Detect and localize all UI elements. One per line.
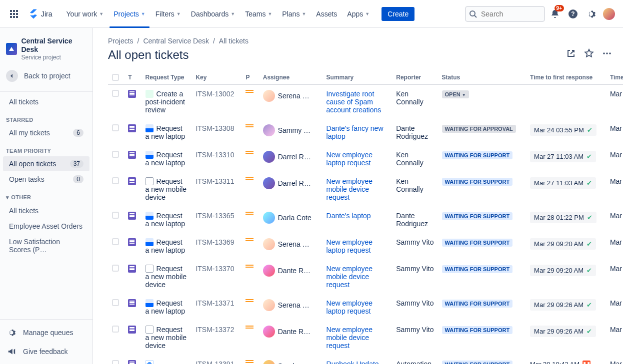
summary-link[interactable]: New employee laptop request bbox=[326, 299, 373, 315]
table-row[interactable]: Request a new laptopITSM-13365Darla Cote… bbox=[108, 207, 623, 233]
col-header[interactable]: Summary bbox=[322, 71, 392, 84]
svg-rect-4 bbox=[13, 13, 15, 15]
table-row[interactable]: Request a new laptopITSM-13310Darrel Ros… bbox=[108, 146, 623, 172]
help-button[interactable]: ? bbox=[565, 6, 581, 22]
nav-assets[interactable]: Assets bbox=[312, 7, 341, 21]
table-row[interactable]: Request a new laptopITSM-13308Sammy Vito… bbox=[108, 119, 623, 146]
search-input[interactable] bbox=[465, 6, 545, 22]
summary-link[interactable]: Dante's fancy new laptop bbox=[326, 124, 384, 140]
col-header[interactable]: T bbox=[124, 71, 141, 84]
issue-key[interactable]: ITSM-13311 bbox=[192, 172, 242, 207]
row-checkbox[interactable] bbox=[112, 90, 119, 97]
open-external-icon[interactable] bbox=[563, 45, 579, 61]
back-to-project[interactable]: Back to project bbox=[0, 65, 92, 87]
issue-key[interactable]: ITSM-13365 bbox=[192, 207, 242, 233]
sidebar-item[interactable]: All tickets bbox=[3, 203, 90, 218]
status-badge[interactable]: WAITING FOR SUPPORT bbox=[442, 178, 513, 186]
nav-apps[interactable]: Apps▼ bbox=[343, 7, 374, 21]
section-other[interactable]: ▾ OTHER bbox=[0, 187, 92, 203]
table-row[interactable]: Request a new mobile deviceITSM-13372Dan… bbox=[108, 321, 623, 355]
manage-queues[interactable]: Manage queues bbox=[0, 323, 92, 342]
svg-rect-2 bbox=[16, 10, 18, 12]
row-checkbox[interactable] bbox=[112, 326, 119, 333]
status-badge[interactable]: WAITING FOR SUPPORT bbox=[442, 212, 513, 220]
nav-teams[interactable]: Teams▼ bbox=[241, 7, 276, 21]
table-row[interactable]: Request a new laptopITSM-13369Serena Meh… bbox=[108, 233, 623, 260]
nav-your-work[interactable]: Your work▼ bbox=[62, 7, 108, 21]
give-feedback[interactable]: Give feedback bbox=[0, 342, 92, 361]
row-checkbox[interactable] bbox=[112, 151, 119, 158]
issue-key[interactable]: ITSM-13310 bbox=[192, 146, 242, 172]
issue-key[interactable]: ITSM-13371 bbox=[192, 294, 242, 321]
table-row[interactable]: Request a new laptopITSM-13371Serena Meh… bbox=[108, 294, 623, 321]
col-header[interactable]: Key bbox=[192, 71, 242, 84]
row-checkbox[interactable] bbox=[112, 299, 119, 306]
status-badge[interactable]: WAITING FOR SUPPORT bbox=[442, 265, 513, 273]
settings-button[interactable] bbox=[583, 6, 599, 22]
row-checkbox[interactable] bbox=[112, 177, 119, 184]
row-checkbox[interactable] bbox=[112, 238, 119, 245]
status-badge[interactable]: WAITING FOR SUPPORT bbox=[442, 151, 513, 159]
nav-plans[interactable]: Plans▼ bbox=[278, 7, 310, 21]
summary-link[interactable]: New employee laptop request bbox=[326, 151, 373, 167]
breadcrumb-item[interactable]: Central Service Desk bbox=[143, 37, 209, 45]
avatar bbox=[263, 326, 275, 338]
status-badge[interactable]: WAITING FOR SUPPORT bbox=[442, 326, 513, 334]
summary-link[interactable]: Runbook Update - centos6 bbox=[326, 360, 384, 364]
issue-key[interactable]: ITSM-13372 bbox=[192, 321, 242, 355]
create-button[interactable]: Create bbox=[382, 7, 414, 21]
summary-link[interactable]: New employee mobile device request bbox=[326, 265, 373, 289]
col-header[interactable]: Reporter bbox=[392, 71, 438, 84]
issue-key[interactable]: ITSM-13308 bbox=[192, 119, 242, 146]
sidebar-item[interactable]: All open tickets37 bbox=[3, 156, 90, 171]
table-row[interactable]: Create a post-incident reviewITSM-13002S… bbox=[108, 84, 623, 119]
table-row[interactable]: Request a new mobile deviceITSM-13370Dan… bbox=[108, 260, 623, 294]
profile-button[interactable] bbox=[601, 6, 617, 22]
row-checkbox[interactable] bbox=[112, 265, 119, 272]
status-badge[interactable]: WAITING FOR SUPPORT bbox=[442, 239, 513, 247]
sidebar-item[interactable]: Open tasks0 bbox=[3, 172, 90, 187]
breadcrumb-item[interactable]: Projects bbox=[108, 37, 134, 45]
col-header[interactable]: Request Type bbox=[142, 71, 192, 84]
nav-filters[interactable]: Filters▼ bbox=[152, 7, 185, 21]
jira-logo[interactable]: Jira bbox=[24, 8, 56, 19]
col-header[interactable]: P bbox=[242, 71, 258, 84]
nav-projects[interactable]: Projects▼ bbox=[110, 7, 150, 21]
status-badge[interactable]: WAITING FOR APPROVAL bbox=[442, 125, 516, 133]
status-badge[interactable]: WAITING FOR SUPPORT bbox=[442, 300, 513, 308]
summary-link[interactable]: Investigate root cause of Spam account c… bbox=[326, 90, 382, 114]
col-header[interactable]: Time to first response bbox=[526, 71, 606, 84]
issue-key[interactable]: ITSM-13369 bbox=[192, 233, 242, 260]
summary-link[interactable]: Dante's laptop bbox=[326, 212, 371, 220]
more-icon[interactable] bbox=[599, 45, 615, 61]
star-icon[interactable] bbox=[581, 45, 597, 61]
issue-key[interactable]: ITSM-13002 bbox=[192, 84, 242, 119]
row-checkbox[interactable] bbox=[112, 360, 119, 364]
col-header[interactable]: Time to bbox=[606, 71, 623, 84]
col-header[interactable]: Assignee bbox=[259, 71, 322, 84]
summary-link[interactable]: New employee laptop request bbox=[326, 238, 373, 254]
check-icon: ✔ bbox=[586, 153, 592, 160]
status-badge[interactable]: OPEN ▼ bbox=[442, 90, 469, 98]
summary-link[interactable]: New employee mobile device request bbox=[326, 177, 373, 201]
nav-dashboards[interactable]: Dashboards▼ bbox=[187, 7, 239, 21]
sidebar-item[interactable]: All my tickets6 bbox=[3, 125, 90, 140]
notifications-button[interactable]: 9+ bbox=[547, 6, 563, 22]
sidebar-item[interactable]: Low Satisfaction Scores (P… bbox=[3, 234, 90, 257]
row-checkbox[interactable] bbox=[112, 212, 119, 219]
sidebar-all-tickets[interactable]: All tickets bbox=[3, 94, 90, 109]
table-row[interactable]: KnowledgeITSM-13391Sandeep Va…Runbook Up… bbox=[108, 355, 623, 364]
summary-link[interactable]: New employee mobile device request bbox=[326, 326, 373, 350]
issue-key[interactable]: ITSM-13370 bbox=[192, 260, 242, 294]
app-switcher-icon[interactable] bbox=[6, 6, 22, 22]
select-all-checkbox[interactable] bbox=[112, 74, 119, 81]
sidebar-item[interactable]: Employee Asset Orders bbox=[3, 219, 90, 234]
breadcrumb-item[interactable]: All tickets bbox=[219, 37, 248, 45]
col-header[interactable]: Status bbox=[438, 71, 526, 84]
row-checkbox[interactable] bbox=[112, 124, 119, 131]
sla-badge: Mar 28 01:22 PM ✔ bbox=[530, 212, 596, 223]
table-row[interactable]: Request a new mobile deviceITSM-13311Dar… bbox=[108, 172, 623, 207]
col-header[interactable] bbox=[108, 71, 124, 84]
issue-key[interactable]: ITSM-13391 bbox=[192, 355, 242, 364]
status-badge[interactable]: WAITING FOR SUPPORT bbox=[442, 361, 513, 364]
